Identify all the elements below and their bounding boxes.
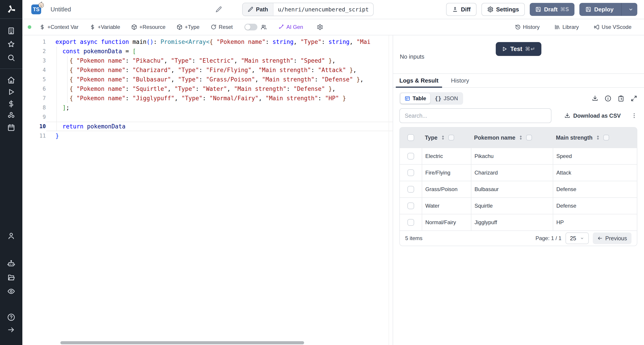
draft-button[interactable]: Draft ⌘S	[530, 3, 574, 16]
table-menu-button[interactable]	[631, 113, 637, 119]
tab-history[interactable]: History	[448, 74, 473, 87]
view-mode-table[interactable]: Table	[400, 93, 430, 104]
deploy-menu-button[interactable]	[624, 3, 637, 16]
edit-title-icon[interactable]	[215, 6, 222, 13]
expand-sidebar-icon[interactable]	[7, 326, 15, 334]
reset-button[interactable]: Reset	[211, 24, 233, 30]
deploy-button[interactable]: Deploy	[580, 3, 618, 16]
workers-icon[interactable]	[7, 259, 15, 268]
line-number: 6	[22, 84, 46, 94]
code-text: { "Pokemon name": "Bulbasaur", "Type": "…	[46, 75, 364, 84]
tab-logs-result[interactable]: Logs & Result	[396, 74, 442, 87]
add-type-button[interactable]: +Type	[177, 24, 200, 30]
sidebar-group-admin	[7, 232, 15, 295]
search-input[interactable]	[399, 108, 552, 123]
save-icon	[585, 6, 592, 13]
add-variable-button[interactable]: +Variable	[90, 24, 120, 30]
row-checkbox[interactable]	[408, 202, 414, 209]
toolbar-label: +Resource	[139, 24, 166, 30]
row-checkbox[interactable]	[408, 169, 414, 176]
folders-icon[interactable]	[7, 273, 15, 281]
script-title[interactable]: Untitled	[50, 6, 71, 13]
column-checkbox[interactable]	[603, 135, 609, 141]
row-checkbox[interactable]	[408, 186, 414, 193]
code-line-1: 1export async function main(): Promise<A…	[22, 37, 393, 47]
editor-settings-button[interactable]	[317, 24, 323, 30]
editor-horizontal-scrollbar[interactable]	[60, 341, 304, 344]
toolbar-label: +Context Var	[48, 24, 78, 30]
windmill-logo[interactable]	[6, 4, 16, 15]
indent-guide	[67, 56, 68, 103]
toggle-knob	[245, 24, 250, 30]
table-row: ElectricPikachuSpeed	[400, 148, 637, 164]
table-cell: Pikachu	[471, 148, 553, 164]
row-checkbox[interactable]	[408, 219, 414, 226]
draft-shortcut: ⌘S	[560, 6, 569, 13]
home-icon[interactable]	[7, 76, 15, 84]
column-checkbox[interactable]	[448, 135, 454, 141]
multiplayer-users-button[interactable]	[260, 24, 267, 30]
multiplayer-toggle[interactable]	[244, 24, 258, 31]
search-icon[interactable]	[7, 54, 15, 62]
previous-page-button[interactable]: Previous	[593, 232, 632, 244]
table-cell: Grass/Poison	[422, 181, 471, 197]
path-field[interactable]: Path u/henri/unencumbered_script	[242, 3, 374, 16]
user-icon[interactable]	[7, 232, 15, 240]
copy-result-icon[interactable]	[618, 95, 624, 102]
info-icon[interactable]	[605, 95, 611, 102]
settings-button[interactable]: Settings	[482, 3, 525, 16]
deploy-button-group: Deploy	[580, 3, 637, 16]
expand-icon[interactable]	[630, 95, 637, 102]
column-checkbox[interactable]	[526, 135, 532, 141]
settings-icon[interactable]	[7, 246, 15, 254]
edit-path-icon[interactable]	[248, 7, 253, 12]
code-line-9: 9	[22, 112, 393, 122]
column-header-pokemon-name: Pokemon name	[471, 134, 553, 141]
row-checkbox[interactable]	[408, 153, 414, 160]
audit-logs-icon[interactable]	[7, 287, 15, 295]
page-indicator: Page: 1 / 1	[536, 235, 562, 241]
page-size-select[interactable]: 25	[566, 232, 589, 244]
add-context-var-button[interactable]: +Context Var	[39, 24, 78, 30]
sort-icon[interactable]	[518, 135, 524, 140]
column-label: Pokemon name	[474, 134, 516, 141]
download-csv-label: Download as CSV	[573, 113, 621, 119]
history-button[interactable]: History	[515, 24, 540, 30]
editor-toolbar: +Context Var+Variable+Resource+TypeReset…	[22, 19, 644, 35]
variables-icon[interactable]	[7, 100, 15, 108]
download-result-icon[interactable]	[592, 95, 598, 102]
view-mode-json[interactable]: {} JSON	[431, 93, 462, 104]
line-number: 3	[22, 56, 46, 65]
column-label: Type	[425, 134, 438, 141]
library-button[interactable]: Library	[554, 24, 579, 30]
result-view-row: Table {} JSON	[399, 92, 637, 105]
sort-icon[interactable]	[595, 135, 600, 140]
diff-button[interactable]: Diff	[446, 3, 476, 16]
table-row: Grass/PoisonBulbasaurDefense	[400, 181, 637, 197]
use-vscode-button[interactable]: Use VScode	[594, 24, 632, 30]
row-checkbox-cell	[400, 148, 422, 164]
workspace-icon[interactable]	[7, 27, 15, 35]
draft-label: Draft	[544, 6, 558, 13]
column-header-main-strength: Main strength	[553, 134, 637, 141]
runs-icon[interactable]	[7, 88, 15, 96]
path-value[interactable]: u/henri/unencumbered_script	[274, 3, 373, 16]
code-line-5: 5 { "Pokemon name": "Bulbasaur", "Type":…	[22, 75, 393, 84]
test-button[interactable]: Test ⌘↵	[496, 42, 541, 56]
schedules-icon[interactable]	[7, 124, 15, 132]
sidebar-group-bottom	[7, 313, 15, 345]
code-editor[interactable]: 1export async function main(): Promise<A…	[22, 35, 393, 345]
ai-gen-button[interactable]: AI Gen	[278, 24, 303, 30]
select-all-checkbox[interactable]	[408, 134, 414, 141]
code-text: ];	[46, 103, 70, 112]
add-resource-button[interactable]: +Resource	[131, 24, 166, 30]
resources-icon[interactable]	[7, 112, 15, 120]
toolbar-items: +Context Var+Variable+Resource+TypeReset	[39, 24, 233, 30]
download-csv-button[interactable]: Download as CSV	[564, 113, 621, 119]
sort-icon[interactable]	[440, 135, 446, 140]
help-icon[interactable]	[7, 313, 15, 321]
favorites-icon[interactable]	[7, 40, 15, 48]
column-label: Main strength	[556, 134, 592, 141]
wand-sparkles-icon	[278, 24, 284, 30]
toolbar-label: +Type	[185, 24, 200, 30]
